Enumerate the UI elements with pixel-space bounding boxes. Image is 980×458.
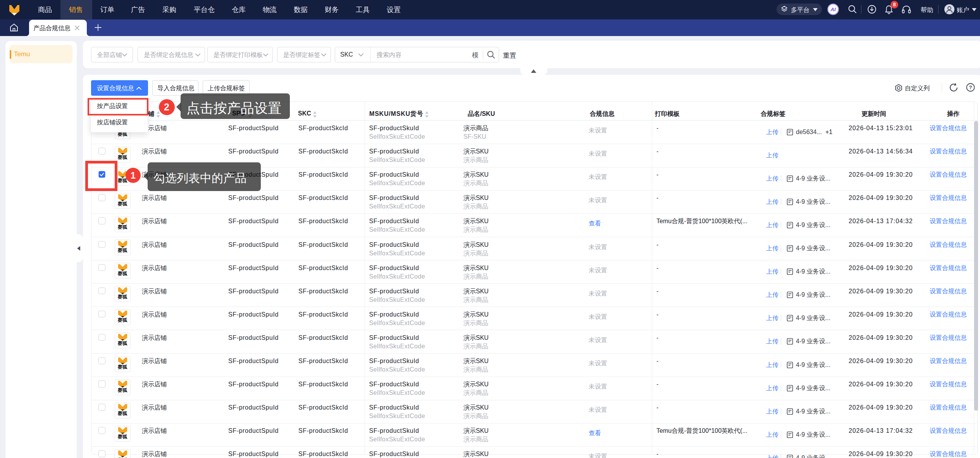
svg-text:?: ?	[969, 84, 972, 90]
svg-text:AI: AI	[830, 7, 836, 12]
